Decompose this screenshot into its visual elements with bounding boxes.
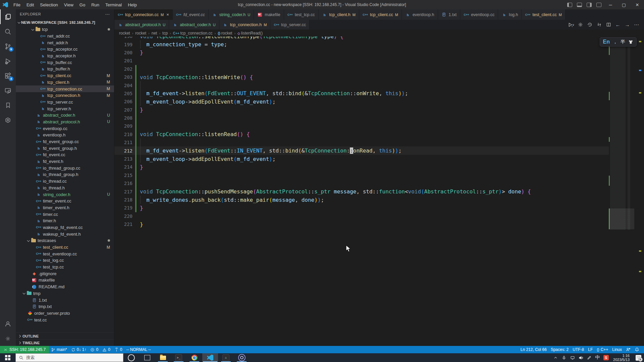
breadcrumb-item[interactable]: net <box>152 31 157 36</box>
status-eol[interactable]: LF <box>586 347 595 352</box>
taskbar-file-explorer[interactable] <box>155 353 171 362</box>
pen-icon[interactable] <box>585 353 593 362</box>
forward-button[interactable]: → <box>623 21 631 29</box>
ime-lang-toggle[interactable]: En <box>603 39 610 45</box>
taskbar-dev-tool[interactable]: ⌂ <box>218 353 234 362</box>
tab-tcp_client.cc[interactable]: C++tcp_client.ccM <box>359 9 402 20</box>
file-tcp_server.h[interactable]: htcp_server.h <box>16 105 114 112</box>
folder-testcases[interactable]: testcases <box>16 237 114 244</box>
file-tcp_buffer.h[interactable]: htcp_buffer.h <box>16 66 114 72</box>
file-test_eventloop.cc[interactable]: C++test_eventloop.cc <box>16 250 114 257</box>
code-line-218[interactable]: 218 m_write_dones.push_back(std::make_pa… <box>114 196 609 204</box>
tab-tcp_server.cc[interactable]: C++tcp_server.cc <box>270 20 310 29</box>
code-line-212[interactable]: 212 m_fd_event->listen(FdEvent::IN_EVENT… <box>114 146 609 155</box>
file-test_tcp.cc[interactable]: C++test_tcp.cc <box>16 264 114 270</box>
close-icon[interactable]: × <box>166 12 169 17</box>
file-tcp_acceptor.h[interactable]: htcp_acceptor.h <box>16 53 114 59</box>
file-wakeup_fd_event.h[interactable]: hwakeup_fd_event.h <box>16 231 114 237</box>
timeline-section[interactable]: TIMELINE <box>16 339 114 346</box>
outline-section[interactable]: OUTLINE <box>16 333 114 339</box>
more-actions-button[interactable]: ⋯ <box>633 21 641 29</box>
code-line-208[interactable]: 208 <box>114 114 609 122</box>
code-editor[interactable]: 198void TcpConnection::setConnectionType… <box>114 37 644 346</box>
menu-run[interactable]: Run <box>89 1 102 8</box>
code-line-214[interactable]: 214} <box>114 163 609 171</box>
taskbar-cortana[interactable] <box>123 353 139 362</box>
code-line-209[interactable]: 209 <box>114 122 609 130</box>
breadcrumb-item[interactable]: C++ tcp_connection.cc <box>173 31 213 36</box>
status-notifications[interactable] <box>633 347 641 352</box>
file-timer_event.h[interactable]: htimer_event.h <box>16 204 114 211</box>
file-eventloop.cc[interactable]: C++eventloop.cc <box>16 125 114 132</box>
taskbar-vscode[interactable] <box>202 353 218 362</box>
file-abstract_protocol.h[interactable]: habstract_protocol.hU <box>16 119 114 125</box>
status-warnings[interactable]: 0 <box>100 346 112 353</box>
activity-settings[interactable] <box>0 331 16 346</box>
timeline-history-button[interactable] <box>586 21 594 29</box>
file-tcp_connection.h[interactable]: htcp_connection.hM <box>16 92 114 99</box>
status-ports[interactable]: 0 <box>112 346 124 353</box>
customize-layout-icon[interactable] <box>596 3 601 7</box>
file-net_addr.cc[interactable]: C++net_addr.cc <box>16 33 114 40</box>
file-timer.cc[interactable]: C++timer.cc <box>16 211 114 218</box>
shirt-icon[interactable] <box>628 40 633 45</box>
status-feedback[interactable] <box>624 347 633 352</box>
back-button[interactable]: ← <box>614 21 622 29</box>
file-tcp_acceptor.cc[interactable]: C++tcp_acceptor.cc <box>16 46 114 53</box>
file-test_client.cc[interactable]: C++test_client.ccM <box>16 244 114 251</box>
notification-note-icon[interactable]: S <box>633 353 644 362</box>
activity-extensions[interactable]: 4 <box>0 68 16 83</box>
code-line-202[interactable]: 202 <box>114 65 609 73</box>
tab-1.txt[interactable]: 1.txt <box>438 9 461 20</box>
status-cursor-position[interactable]: Ln 212, Col 66 <box>519 347 549 352</box>
toggle-panel-icon[interactable] <box>577 3 582 7</box>
activity-chatgpt[interactable] <box>0 113 16 127</box>
file-abstract_coder.h[interactable]: habstract_coder.hU <box>16 112 114 119</box>
tab-tcp_connection.cc[interactable]: C++tcp_connection.ccM× <box>114 9 173 20</box>
code-line-213[interactable]: 213 m_event_loop->addEpollEvent(m_fd_eve… <box>114 155 609 163</box>
file-order_server.proto[interactable]: order_server.proto <box>16 310 114 317</box>
minimap-slider[interactable] <box>609 208 634 229</box>
status-git-branch[interactable]: main* <box>49 346 69 353</box>
tab-log.h[interactable]: hlog.h <box>498 9 522 20</box>
code-line-217[interactable]: 217void TcpConnection::pushSendMessage(A… <box>114 187 609 195</box>
menu-go[interactable]: Go <box>77 1 88 8</box>
tab-test_tcp.cc[interactable]: C++test_tcp.cc <box>284 9 319 20</box>
code-line-201[interactable]: 201 <box>114 57 609 65</box>
file-fd_event.h[interactable]: hfd_event.h <box>16 158 114 165</box>
menu-terminal[interactable]: Terminal <box>103 1 124 8</box>
mic-icon[interactable] <box>560 353 568 362</box>
code-line-203[interactable]: 203void TcpConnection::listenWrite() { <box>114 73 609 81</box>
file-timer.h[interactable]: htimer.h <box>16 218 114 224</box>
tab-fd_event.cc[interactable]: C++fd_event.cc <box>173 9 209 20</box>
tab-eventloop.cc[interactable]: C++eventloop.cc <box>460 9 498 20</box>
taskbar-media-app[interactable] <box>234 353 250 362</box>
ime-punct-toggle[interactable]: ， <box>613 39 618 45</box>
file-makefile[interactable]: Mmakefile <box>16 277 114 284</box>
taskbar-terminal[interactable]: >_ <box>171 353 186 362</box>
menu-help[interactable]: Help <box>125 1 140 8</box>
file-tmp.txt[interactable]: tmp.txt <box>16 303 114 310</box>
file-net_addr.h[interactable]: hnet_addr.h <box>16 39 114 46</box>
network-display-icon[interactable] <box>568 353 577 362</box>
taskbar-task-view[interactable] <box>139 353 155 362</box>
tab-abstract_protocol.h[interactable]: habstract_protocol.hU <box>114 20 169 29</box>
file-tcp_server.cc[interactable]: C++tcp_server.cc <box>16 99 114 106</box>
file-tcp_buffer.cc[interactable]: C++tcp_buffer.cc <box>16 59 114 66</box>
tab-makefile[interactable]: Mmakefile <box>254 9 284 20</box>
ime-lang-indicator[interactable]: 中 <box>593 353 602 362</box>
close-button[interactable]: ✕ <box>631 0 644 9</box>
menu-edit[interactable]: Edit <box>24 1 37 8</box>
code-line-199[interactable]: 199 m_connection_type = type; <box>114 40 609 48</box>
file-tcp_client.cc[interactable]: C++tcp_client.ccM <box>16 72 114 79</box>
tray-chevron-up-icon[interactable] <box>551 353 560 362</box>
file-wakeup_fd_event.cc[interactable]: C++wakeup_fd_event.cc <box>16 224 114 231</box>
code-line-221[interactable]: 221} <box>114 220 609 228</box>
minimap[interactable] <box>609 37 644 346</box>
code-line-210[interactable]: 210void TcpConnection::listenRead() { <box>114 130 609 138</box>
toggle-secondary-sidebar-icon[interactable] <box>587 3 592 7</box>
status-encoding[interactable]: UTF-8 <box>571 347 586 352</box>
open-changes-button[interactable] <box>595 21 603 29</box>
tab-tcp_client.h[interactable]: htcp_client.hM <box>319 9 359 20</box>
taskbar-clock[interactable]: 1:16 2023/5/13 <box>610 354 633 362</box>
